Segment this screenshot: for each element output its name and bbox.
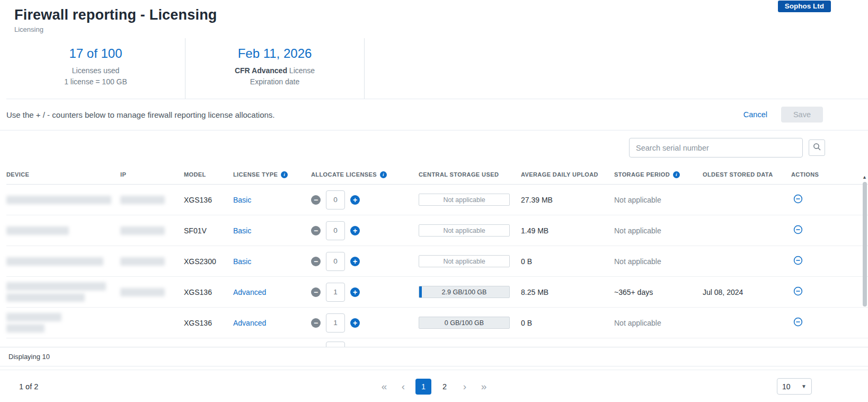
storage-period-cell: Not applicable bbox=[614, 196, 703, 204]
allocate-value[interactable]: 0 bbox=[326, 221, 345, 240]
deallocate-button[interactable] bbox=[791, 256, 803, 267]
expiration-label: CFR Advanced License bbox=[185, 66, 364, 75]
allocate-counter: − 1 + bbox=[311, 283, 419, 302]
account-badge[interactable]: Sophos Ltd bbox=[778, 1, 831, 12]
storage-used-box: Not applicable bbox=[419, 255, 510, 267]
model-cell: XGS136 bbox=[184, 196, 233, 204]
allocate-value[interactable]: 1 bbox=[326, 313, 345, 333]
displaying-count: Displaying 10 bbox=[0, 347, 868, 366]
ip-cell-redacted bbox=[120, 196, 184, 204]
storage-used-box: Not applicable bbox=[419, 224, 510, 237]
search-bar bbox=[0, 130, 868, 165]
storage-period-cell: Not applicable bbox=[614, 226, 703, 235]
page-1-button[interactable]: 1 bbox=[415, 379, 431, 395]
instruction-text: Use the + / - counters below to manage f… bbox=[6, 110, 275, 119]
decrement-button[interactable]: − bbox=[311, 287, 321, 297]
pager: « ‹ 1 2 › » bbox=[377, 379, 491, 395]
scroll-up-icon[interactable]: ▲ bbox=[862, 175, 867, 180]
first-page-button[interactable]: « bbox=[377, 381, 391, 392]
model-cell: SF01V bbox=[184, 226, 233, 235]
col-license-type: LICENSE TYPE i bbox=[233, 171, 311, 178]
license-type-link[interactable]: Basic bbox=[233, 196, 251, 204]
allocate-value[interactable]: 1 bbox=[326, 342, 345, 347]
col-allocate-licenses: ALLOCATE LICENSES i bbox=[311, 171, 419, 178]
chevron-down-icon: ▼ bbox=[801, 383, 807, 389]
search-input[interactable] bbox=[629, 138, 803, 158]
scrollbar-thumb[interactable] bbox=[863, 182, 867, 307]
circle-minus-icon bbox=[793, 286, 803, 298]
allocate-value[interactable]: 0 bbox=[326, 252, 345, 271]
device-cell-redacted bbox=[6, 282, 120, 302]
table-row: XGS136 Advanced − 1 + 2.9 GB/100 GB 8.25… bbox=[6, 277, 868, 308]
increment-button[interactable]: + bbox=[350, 226, 360, 235]
ip-cell-redacted bbox=[120, 288, 184, 296]
pagination-bar: 1 of 2 « ‹ 1 2 › » 10 ▼ bbox=[0, 370, 868, 402]
increment-button[interactable]: + bbox=[350, 257, 360, 266]
cancel-button[interactable]: Cancel bbox=[743, 110, 767, 119]
license-type-info-icon[interactable]: i bbox=[281, 171, 288, 178]
storage-progress-bar bbox=[419, 286, 422, 298]
page-size-select[interactable]: 10 ▼ bbox=[777, 378, 812, 395]
decrement-button[interactable]: − bbox=[311, 195, 321, 205]
page-2-button[interactable]: 2 bbox=[437, 379, 453, 395]
upload-cell: 0 B bbox=[521, 319, 614, 327]
licenses-used-sublabel: 1 license = 100 GB bbox=[6, 77, 185, 86]
decrement-button[interactable]: − bbox=[311, 318, 321, 328]
col-storage-period: STORAGE PERIOD i bbox=[614, 171, 703, 178]
allocate-licenses-info-icon[interactable]: i bbox=[380, 171, 387, 178]
prev-page-button[interactable]: ‹ bbox=[396, 381, 410, 392]
model-cell: XGS136 bbox=[184, 288, 233, 296]
device-cell-redacted bbox=[6, 313, 120, 333]
upload-cell: 1.49 MB bbox=[521, 226, 614, 235]
circle-minus-icon bbox=[793, 317, 803, 328]
last-page-button[interactable]: » bbox=[477, 381, 491, 392]
table-row: XGS136 Advanced − 1 + 0 GB/100 GB 0 B No… bbox=[6, 308, 868, 338]
next-page-button[interactable]: › bbox=[458, 381, 472, 392]
model-cell: XGS2300 bbox=[184, 257, 233, 266]
decrement-button[interactable]: − bbox=[311, 257, 321, 266]
deallocate-button[interactable] bbox=[791, 286, 803, 298]
col-ip: IP bbox=[120, 171, 184, 178]
deallocate-button[interactable] bbox=[791, 194, 803, 205]
license-type-link[interactable]: Advanced bbox=[233, 288, 266, 296]
circle-minus-icon bbox=[793, 256, 803, 267]
col-central-storage-used: CENTRAL STORAGE USED bbox=[419, 171, 521, 178]
vertical-scrollbar[interactable]: ▲ bbox=[862, 175, 867, 334]
ip-cell-redacted bbox=[120, 226, 184, 235]
licenses-used-value: 17 of 100 bbox=[6, 46, 185, 61]
stat-expiration: Feb 11, 2026 CFR Advanced License Expira… bbox=[185, 38, 365, 99]
increment-button[interactable]: + bbox=[350, 195, 360, 205]
deallocate-button[interactable] bbox=[791, 225, 803, 236]
col-average-daily-upload: AVERAGE DAILY UPLOAD bbox=[521, 171, 614, 178]
col-model: MODEL bbox=[184, 171, 233, 178]
allocate-counter: − 0 + bbox=[311, 252, 419, 271]
allocate-counter: − 0 + bbox=[311, 221, 419, 240]
allocate-value[interactable]: 0 bbox=[326, 190, 345, 209]
page-summary: 1 of 2 bbox=[19, 382, 38, 391]
increment-button[interactable]: + bbox=[350, 318, 360, 328]
decrement-button[interactable]: − bbox=[311, 226, 321, 235]
search-button[interactable] bbox=[809, 139, 825, 156]
instruction-bar: Use the + / - counters below to manage f… bbox=[0, 99, 868, 130]
page-title: Firewall reporting - Licensing bbox=[14, 7, 868, 23]
ip-cell-redacted bbox=[120, 257, 184, 266]
license-type-link[interactable]: Advanced bbox=[233, 319, 266, 327]
save-button[interactable]: Save bbox=[781, 107, 823, 123]
license-type-link[interactable]: Basic bbox=[233, 257, 251, 266]
page-size-value: 10 bbox=[782, 382, 791, 391]
upload-cell: 27.39 MB bbox=[521, 196, 614, 204]
deallocate-button[interactable] bbox=[791, 317, 803, 328]
upload-cell: 0 B bbox=[521, 257, 614, 266]
increment-button[interactable]: + bbox=[350, 287, 360, 297]
storage-period-info-icon[interactable]: i bbox=[673, 171, 680, 178]
allocate-value[interactable]: 1 bbox=[326, 283, 345, 302]
table-row: XGS2300 Basic − 0 + Not applicable 0 B N… bbox=[6, 246, 868, 277]
license-type-link[interactable]: Basic bbox=[233, 226, 251, 235]
expiration-sublabel: Expiration date bbox=[185, 77, 364, 86]
oldest-data-cell: Jul 08, 2024 bbox=[703, 288, 791, 296]
storage-period-cell: Not applicable bbox=[614, 257, 703, 266]
breadcrumb: Licensing bbox=[14, 25, 868, 33]
table-header: DEVICE IP MODEL LICENSE TYPE i ALLOCATE … bbox=[6, 165, 868, 185]
allocate-counter: − 1 + bbox=[311, 313, 419, 333]
allocate-counter: − 0 + bbox=[311, 190, 419, 209]
